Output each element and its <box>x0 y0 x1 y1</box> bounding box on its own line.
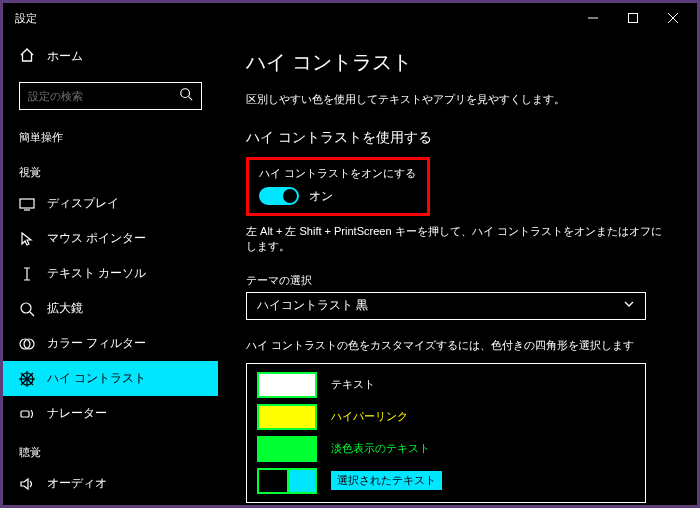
sidebar-item-magnifier[interactable]: 拡大鏡 <box>3 291 218 326</box>
sidebar-item-label: テキスト カーソル <box>47 265 146 282</box>
page-title: ハイ コントラスト <box>246 49 669 76</box>
swatch-label-hyperlink: ハイパーリンク <box>331 409 408 424</box>
sidebar-item-mouse-pointer[interactable]: マウス ポインター <box>3 221 218 256</box>
svg-line-5 <box>189 97 193 101</box>
title-bar: 設定 <box>3 3 697 33</box>
high-contrast-icon <box>19 371 35 387</box>
swatch-row-selected: 選択されたテキスト <box>257 468 635 494</box>
svg-rect-18 <box>21 411 29 417</box>
search-box[interactable] <box>19 82 202 110</box>
sidebar-item-label: 拡大鏡 <box>47 300 83 317</box>
svg-point-4 <box>181 89 190 98</box>
high-contrast-toggle[interactable] <box>259 187 299 205</box>
toggle-knob <box>283 189 297 203</box>
sidebar-item-text-cursor[interactable]: テキスト カーソル <box>3 256 218 291</box>
svg-point-9 <box>21 303 31 313</box>
theme-select[interactable]: ハイコントラスト 黒 <box>246 292 646 320</box>
svg-rect-6 <box>20 199 34 208</box>
swatch-text[interactable] <box>257 372 317 398</box>
swatch-row-disabled: 淡色表示のテキスト <box>257 436 635 462</box>
swatch-disabled-text[interactable] <box>257 436 317 462</box>
sidebar-item-label: ハイ コントラスト <box>47 370 146 387</box>
customize-hint: ハイ コントラストの色をカスタマイズするには、色付きの四角形を選択します <box>246 338 669 353</box>
home-icon <box>19 47 35 66</box>
sidebar-item-label: カラー フィルター <box>47 335 146 352</box>
category-label: 簡単操作 <box>3 124 218 151</box>
swatch-row-hyperlink: ハイパーリンク <box>257 404 635 430</box>
sidebar-item-color-filters[interactable]: カラー フィルター <box>3 326 218 361</box>
sidebar-item-label: ナレーター <box>47 405 107 422</box>
use-section-title: ハイ コントラストを使用する <box>246 129 669 147</box>
color-swatch-grid: テキスト ハイパーリンク 淡色表示のテキスト 選択されたテキスト <box>246 363 646 503</box>
audio-icon <box>19 476 35 492</box>
settings-window: 設定 ホーム 簡単操作 視覚 ディスプレイ マウス <box>3 3 697 505</box>
swatch-selected-text[interactable] <box>257 468 317 494</box>
minimize-button[interactable] <box>573 4 613 32</box>
sidebar-item-label: ディスプレイ <box>47 195 119 212</box>
group-hearing: 聴覚 <box>3 431 218 466</box>
magnifier-icon <box>19 301 35 317</box>
text-cursor-icon <box>19 266 35 282</box>
highlighted-toggle-area: ハイ コントラストをオンにする オン <box>246 157 430 216</box>
sidebar-item-narrator[interactable]: ナレーター <box>3 396 218 431</box>
color-filters-icon <box>19 336 35 352</box>
window-controls <box>573 4 693 32</box>
sidebar: ホーム 簡単操作 視覚 ディスプレイ マウス ポインター テキスト カーソル <box>3 33 218 505</box>
narrator-icon <box>19 406 35 422</box>
swatch-label-selected: 選択されたテキスト <box>331 471 442 490</box>
display-icon <box>19 196 35 212</box>
toggle-state: オン <box>309 188 333 205</box>
sidebar-item-label: オーディオ <box>47 475 107 492</box>
maximize-button[interactable] <box>613 4 653 32</box>
toggle-row: オン <box>259 187 417 205</box>
home-label: ホーム <box>47 48 83 65</box>
sidebar-item-display[interactable]: ディスプレイ <box>3 186 218 221</box>
swatch-label-disabled: 淡色表示のテキスト <box>331 441 430 456</box>
swatch-label-text: テキスト <box>331 377 375 392</box>
group-vision: 視覚 <box>3 151 218 186</box>
window-body: ホーム 簡単操作 視覚 ディスプレイ マウス ポインター テキスト カーソル <box>3 33 697 505</box>
swatch-row-text: テキスト <box>257 372 635 398</box>
home-link[interactable]: ホーム <box>3 41 218 72</box>
search-icon <box>179 87 193 105</box>
sidebar-item-audio[interactable]: オーディオ <box>3 466 218 501</box>
window-title: 設定 <box>15 11 37 26</box>
search-input[interactable] <box>28 90 179 102</box>
sidebar-item-label: マウス ポインター <box>47 230 146 247</box>
toggle-label: ハイ コントラストをオンにする <box>259 166 417 181</box>
svg-line-10 <box>30 312 34 316</box>
svg-rect-1 <box>629 14 638 23</box>
sidebar-item-high-contrast[interactable]: ハイ コントラスト <box>3 361 218 396</box>
mouse-pointer-icon <box>19 231 35 247</box>
close-button[interactable] <box>653 4 693 32</box>
shortcut-hint: 左 Alt + 左 Shift + PrintScreen キーを押して、ハイ … <box>246 224 666 255</box>
swatch-hyperlink[interactable] <box>257 404 317 430</box>
chevron-down-icon <box>623 298 635 313</box>
theme-value: ハイコントラスト 黒 <box>257 297 368 314</box>
theme-label: テーマの選択 <box>246 273 669 288</box>
content-pane: ハイ コントラスト 区別しやすい色を使用してテキストやアプリを見やすくします。 … <box>218 33 697 505</box>
page-description: 区別しやすい色を使用してテキストやアプリを見やすくします。 <box>246 92 669 107</box>
